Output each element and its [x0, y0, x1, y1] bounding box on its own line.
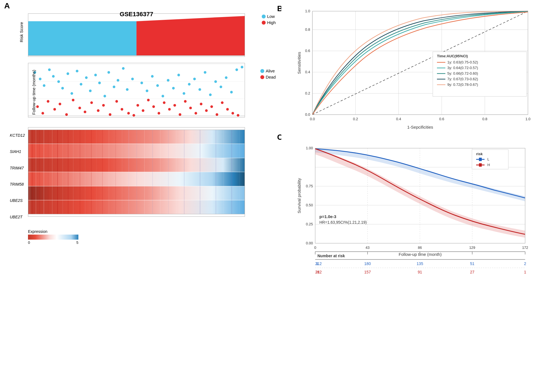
svg-text:H: H — [487, 163, 490, 167]
svg-point-23 — [71, 92, 73, 95]
svg-text:27: 27 — [470, 270, 474, 274]
svg-point-40 — [156, 84, 159, 87]
scatter-chart: Follow-up time (months) 0 50 100 150 — [28, 63, 245, 122]
risk-chart: GSE136377 Risk Score 0 5 10 — [28, 8, 245, 56]
roc-svg: 0.0 0.2 0.4 0.6 0.8 1.0 0.0 0.2 0.4 0.6 … — [281, 6, 553, 131]
heatmap-section: KCTD12 SIAH1 TRIM47 TRIM58 UBE2S UBE2T — [8, 126, 279, 229]
scatter-y-label: Follow-up time (months) — [31, 70, 36, 115]
svg-text:1: 1 — [524, 270, 526, 274]
svg-point-57 — [36, 105, 39, 108]
svg-point-68 — [102, 104, 105, 107]
svg-marker-2 — [137, 16, 245, 55]
svg-point-35 — [126, 88, 128, 91]
svg-text:0.4: 0.4 — [305, 70, 310, 74]
svg-text:0.0: 0.0 — [310, 117, 315, 121]
km-chart: 0.00 0.25 0.50 0.75 1.00 0 43 86 129 172… — [281, 134, 553, 296]
svg-point-84 — [189, 107, 192, 109]
svg-point-18 — [48, 69, 51, 71]
svg-point-25 — [80, 83, 82, 86]
svg-point-72 — [127, 112, 130, 114]
svg-point-38 — [146, 89, 148, 92]
svg-text:51: 51 — [470, 261, 474, 266]
svg-point-67 — [97, 109, 99, 112]
svg-point-55 — [235, 69, 238, 71]
svg-text:0.0: 0.0 — [305, 112, 310, 117]
svg-text:Survival probability: Survival probability — [297, 178, 301, 213]
gene-trim58: TRIM58 — [10, 182, 25, 186]
svg-text:0.25: 0.25 — [306, 222, 313, 226]
legend-alive: Alive — [260, 69, 276, 73]
gene-kctd12: KCTD12 — [10, 133, 25, 138]
svg-point-47 — [193, 78, 196, 80]
colorbar-tick-5: 5 — [76, 240, 78, 245]
scatter-svg: 0 50 100 150 — [28, 63, 245, 117]
legend-low-label: Low — [267, 14, 275, 19]
svg-point-21 — [61, 87, 64, 89]
svg-text:HR=1.63,95CI%(1.21,2.19): HR=1.63,95CI%(1.21,2.19) — [319, 220, 367, 225]
svg-point-34 — [122, 67, 125, 70]
svg-text:180: 180 — [364, 261, 371, 266]
svg-text:1.0: 1.0 — [525, 117, 530, 121]
svg-point-59 — [47, 100, 49, 103]
svg-point-52 — [219, 86, 222, 88]
right-panel: B — [280, 0, 559, 392]
svg-point-17 — [43, 84, 45, 87]
svg-point-27 — [89, 89, 92, 92]
svg-text:Follow-up time (month): Follow-up time (month) — [399, 252, 441, 257]
svg-point-58 — [41, 112, 44, 114]
svg-text:1-Sepcificities: 1-Sepcificities — [407, 125, 433, 129]
svg-point-32 — [113, 86, 115, 88]
svg-point-29 — [98, 82, 101, 84]
legend-dead-label: Dead — [266, 75, 276, 79]
svg-point-48 — [198, 88, 201, 91]
heatmap-svg — [28, 127, 245, 217]
svg-text:0.6: 0.6 — [439, 117, 444, 121]
svg-point-81 — [173, 104, 176, 107]
svg-rect-213 — [479, 163, 482, 167]
svg-text:0.4: 0.4 — [396, 117, 401, 121]
km-svg: 0.00 0.25 0.50 0.75 1.00 0 43 86 129 172… — [281, 134, 553, 291]
svg-text:43: 43 — [366, 245, 369, 250]
svg-point-62 — [65, 113, 68, 116]
left-panel: A GSE136377 Risk Score — [0, 0, 280, 392]
svg-text:129: 129 — [469, 245, 475, 250]
svg-text:212: 212 — [315, 261, 322, 266]
svg-point-89 — [216, 113, 218, 116]
svg-point-87 — [205, 109, 208, 112]
svg-point-82 — [179, 113, 181, 116]
svg-point-83 — [184, 100, 186, 103]
svg-text:157: 157 — [364, 270, 371, 274]
high-dot — [262, 21, 266, 25]
svg-text:91: 91 — [418, 270, 422, 274]
svg-point-45 — [183, 92, 185, 95]
gene-siah1: SIAH1 — [10, 149, 25, 154]
svg-text:0.8: 0.8 — [305, 27, 310, 32]
svg-point-78 — [158, 112, 160, 114]
svg-point-19 — [52, 75, 55, 77]
svg-point-26 — [85, 76, 88, 79]
svg-point-46 — [188, 83, 190, 86]
colorbar-ticks: 0 5 — [28, 240, 78, 245]
legend-high: High — [262, 20, 276, 25]
svg-text:0.00: 0.00 — [306, 241, 313, 245]
svg-point-36 — [131, 78, 134, 80]
svg-text:0.75: 0.75 — [306, 184, 313, 188]
svg-text:0.50: 0.50 — [306, 203, 313, 207]
gene-trim47: TRIM47 — [10, 166, 25, 170]
main-container: A GSE136377 Risk Score — [0, 0, 559, 392]
svg-rect-169 — [433, 52, 527, 96]
scatter-section: Follow-up time (months) 0 50 100 150 — [8, 62, 279, 123]
colorbar-tick-0: 0 — [28, 240, 30, 245]
svg-text:7y: 0.67(0.73-0.62): 7y: 0.67(0.73-0.62) — [447, 77, 478, 81]
svg-point-44 — [177, 74, 180, 76]
svg-point-71 — [121, 108, 123, 110]
svg-point-63 — [72, 99, 74, 101]
svg-point-20 — [57, 80, 60, 83]
svg-text:risk: risk — [476, 152, 483, 156]
panel-c-section: C — [281, 131, 553, 296]
svg-point-88 — [210, 105, 213, 108]
svg-point-22 — [67, 72, 69, 75]
roc-chart: 0.0 0.2 0.4 0.6 0.8 1.0 0.0 0.2 0.4 0.6 … — [281, 6, 553, 134]
svg-point-86 — [200, 103, 202, 105]
svg-point-39 — [151, 75, 153, 77]
